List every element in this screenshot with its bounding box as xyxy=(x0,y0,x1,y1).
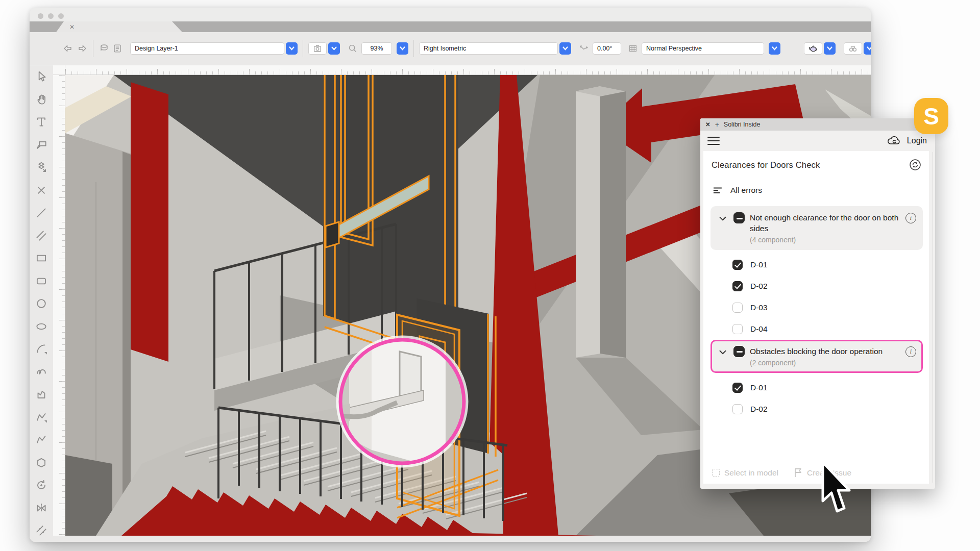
line-tool-icon[interactable] xyxy=(35,206,48,219)
error-filter[interactable]: All errors xyxy=(703,171,929,196)
create-issue-button[interactable]: Create issue xyxy=(794,468,851,478)
visualization-button[interactable] xyxy=(844,42,862,55)
rectangle-tool-icon[interactable] xyxy=(35,252,48,265)
component-checkbox[interactable] xyxy=(732,324,743,334)
delete-tool-icon[interactable] xyxy=(35,184,48,197)
rotated-rectangle-tool-icon[interactable] xyxy=(35,274,48,288)
panel-card: Clearances for Doors Check All errors No… xyxy=(703,151,929,484)
chevron-down-icon[interactable] xyxy=(397,42,408,55)
double-line-tool-icon[interactable] xyxy=(35,229,48,242)
render-mode-button[interactable] xyxy=(804,42,822,55)
callout-tool-icon[interactable] xyxy=(35,138,48,152)
rerun-check-icon[interactable] xyxy=(909,158,922,171)
polyline-mode-tool-icon[interactable] xyxy=(35,433,48,446)
chevron-down-icon[interactable] xyxy=(769,42,780,55)
grid-icon xyxy=(627,43,639,54)
ellipse-tool-icon[interactable] xyxy=(35,320,48,333)
freehand-tool-icon[interactable] xyxy=(35,365,48,379)
zoom-level-select[interactable]: 93% xyxy=(361,42,392,55)
menu-hamburger-icon[interactable] xyxy=(707,137,720,145)
rotation-angle-field[interactable]: 0.00° xyxy=(593,42,621,55)
circle-tool-icon[interactable] xyxy=(35,297,48,310)
select-in-model-button[interactable]: Select in model xyxy=(712,468,778,478)
component-row[interactable]: D-02 xyxy=(710,276,923,297)
panel-add-icon[interactable]: + xyxy=(715,120,719,129)
component-row[interactable]: D-03 xyxy=(710,297,923,318)
login-button[interactable]: Login xyxy=(887,135,927,147)
move-by-points-tool-icon[interactable] xyxy=(35,161,48,174)
window-bottom-bar xyxy=(30,536,871,542)
chevron-down-icon[interactable] xyxy=(328,42,340,55)
component-row[interactable]: D-01 xyxy=(710,377,923,398)
chevron-down-icon[interactable] xyxy=(559,42,571,55)
panel-header: Login xyxy=(700,131,935,151)
rotate-tool-icon[interactable] xyxy=(35,479,48,492)
panel-title: Solibri Inside xyxy=(724,121,761,128)
projection-select[interactable]: Normal Perspective xyxy=(642,42,764,55)
zoom-window-button[interactable] xyxy=(58,13,64,19)
text-tool-icon[interactable] xyxy=(35,115,48,129)
filter-label: All errors xyxy=(730,186,762,195)
component-row[interactable]: D-01 xyxy=(710,254,923,276)
polygon-tool-icon[interactable] xyxy=(35,388,48,401)
panel-titlebar[interactable]: ✕ + Solibri Inside xyxy=(700,118,935,131)
component-checkbox[interactable] xyxy=(732,281,743,291)
vertical-ruler[interactable] xyxy=(53,75,65,536)
layers-icon[interactable] xyxy=(99,43,110,54)
toolbar-separator xyxy=(93,40,93,57)
component-row[interactable]: D-04 xyxy=(710,318,923,340)
info-icon[interactable]: i xyxy=(905,346,916,357)
minimize-window-button[interactable] xyxy=(48,13,54,19)
camera-icon xyxy=(312,43,323,54)
info-icon[interactable]: i xyxy=(905,213,916,223)
sheet-icon[interactable] xyxy=(112,43,123,54)
group-checkbox[interactable] xyxy=(733,212,745,223)
solibri-logo: S xyxy=(914,98,948,134)
back-icon[interactable] xyxy=(62,43,74,54)
regular-polygon-tool-icon[interactable] xyxy=(35,456,48,469)
select-in-model-label: Select in model xyxy=(724,468,778,478)
component-checkbox[interactable] xyxy=(732,303,743,313)
component-checkbox[interactable] xyxy=(732,404,743,414)
chevron-down-icon[interactable] xyxy=(717,346,728,358)
component-label: D-02 xyxy=(750,282,768,291)
design-layer-select[interactable]: Design Layer-1 xyxy=(130,42,284,55)
component-checkbox[interactable] xyxy=(732,383,743,393)
component-label: D-01 xyxy=(750,383,768,392)
forward-icon[interactable] xyxy=(77,43,88,54)
component-label: D-02 xyxy=(750,405,768,414)
polyline-tool-icon[interactable] xyxy=(35,411,48,424)
selection-tool-icon[interactable] xyxy=(35,70,48,83)
zoom-magnifier-icon xyxy=(347,43,358,54)
create-issue-label: Create issue xyxy=(807,468,851,478)
saved-view-button[interactable] xyxy=(308,42,327,55)
view-orientation-select[interactable]: Right Isometric xyxy=(419,42,558,55)
horizontal-ruler[interactable] xyxy=(65,65,871,75)
window-traffic-lights[interactable] xyxy=(38,13,64,19)
error-group[interactable]: Not enough clearance for the door on bot… xyxy=(710,206,923,250)
document-tab[interactable]: ✕ xyxy=(56,21,182,32)
selection-box-icon xyxy=(712,469,720,477)
error-group[interactable]: Obstacles blocking the door operation(2 … xyxy=(710,340,923,373)
check-title: Clearances for Doors Check xyxy=(712,160,820,170)
arc-tool-icon[interactable] xyxy=(35,342,48,356)
component-checkbox[interactable] xyxy=(732,260,743,270)
panel-scroll-track[interactable] xyxy=(933,152,933,483)
chevron-down-icon[interactable] xyxy=(864,42,871,55)
screenshot-stage: ✕ Design Layer-1 xyxy=(0,0,980,551)
group-checkbox[interactable] xyxy=(733,346,745,357)
toolbar-separator xyxy=(413,40,414,57)
pan-tool-icon[interactable] xyxy=(35,93,48,106)
chevron-down-icon[interactable] xyxy=(717,213,728,224)
mirror-tool-icon[interactable] xyxy=(35,502,48,515)
ruler-corner xyxy=(53,65,65,75)
tab-close-icon[interactable]: ✕ xyxy=(69,24,75,30)
panel-close-icon[interactable]: ✕ xyxy=(705,121,710,128)
chevron-down-icon[interactable] xyxy=(286,42,298,55)
filter-icon xyxy=(712,185,723,196)
component-row[interactable]: D-02 xyxy=(710,398,923,420)
close-window-button[interactable] xyxy=(38,13,43,19)
chevron-down-icon[interactable] xyxy=(824,42,836,55)
component-label: D-03 xyxy=(750,303,768,312)
view-toolbar: Design Layer-1 93% Right Isometric 0.00° xyxy=(30,32,871,65)
